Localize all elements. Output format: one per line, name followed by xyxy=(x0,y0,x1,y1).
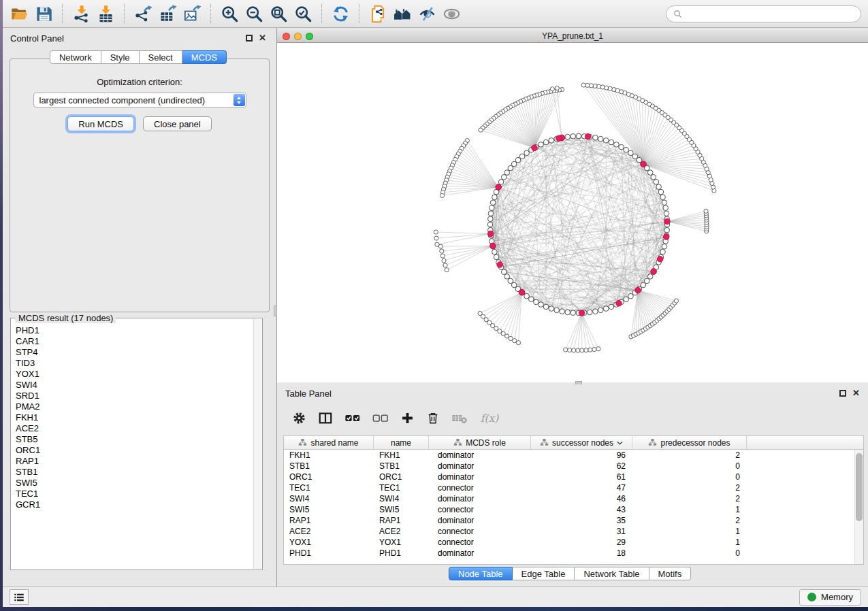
ring-node[interactable] xyxy=(488,216,494,222)
ring-node[interactable] xyxy=(494,254,499,260)
mcds-node[interactable] xyxy=(635,287,641,293)
open-session-button[interactable] xyxy=(366,3,390,24)
result-node-item[interactable]: SRD1 xyxy=(12,391,253,401)
mcds-node[interactable] xyxy=(519,289,525,295)
leaf-node[interactable] xyxy=(581,83,585,87)
ring-node[interactable] xyxy=(624,147,629,152)
ring-node[interactable] xyxy=(489,205,495,211)
ring-node[interactable] xyxy=(490,200,496,205)
ring-node[interactable] xyxy=(560,309,565,314)
leaf-node[interactable] xyxy=(564,348,568,352)
ring-node[interactable] xyxy=(647,170,653,176)
export-image-button[interactable] xyxy=(180,3,204,24)
mcds-node[interactable] xyxy=(497,262,503,268)
mcds-node[interactable] xyxy=(585,133,591,139)
show-columns-button[interactable] xyxy=(318,410,333,426)
ring-node[interactable] xyxy=(598,308,604,313)
result-node-item[interactable]: TID3 xyxy=(12,358,253,369)
ring-node[interactable] xyxy=(603,306,609,312)
hide-graphics-details-button[interactable] xyxy=(415,3,439,24)
ring-node[interactable] xyxy=(603,138,609,144)
leaf-node[interactable] xyxy=(584,348,588,352)
ring-node[interactable] xyxy=(628,150,634,156)
maximize-window-button[interactable] xyxy=(306,33,313,40)
leaf-node[interactable] xyxy=(509,336,513,340)
tab-node-table[interactable]: Node Table xyxy=(449,567,513,580)
close-panel-icon[interactable]: ✕ xyxy=(259,35,266,42)
ring-node[interactable] xyxy=(654,180,659,185)
ring-node[interactable] xyxy=(524,293,530,299)
ring-node[interactable] xyxy=(549,306,554,312)
mcds-node[interactable] xyxy=(641,161,647,167)
leaf-node[interactable] xyxy=(576,348,580,352)
leaf-node[interactable] xyxy=(438,244,443,248)
result-list-scrollbar[interactable] xyxy=(253,319,261,569)
leaf-node[interactable] xyxy=(434,230,438,234)
table-row[interactable]: ACE2ACE2connector311 xyxy=(284,526,863,537)
result-node-item[interactable]: CAR1 xyxy=(12,336,253,347)
ring-node[interactable] xyxy=(565,134,570,139)
zoom-out-button[interactable] xyxy=(242,3,266,24)
ring-node[interactable] xyxy=(539,302,544,308)
ring-node[interactable] xyxy=(519,154,525,159)
result-node-item[interactable]: YOX1 xyxy=(12,369,253,380)
leaf-node[interactable] xyxy=(596,347,600,351)
float-table-panel-icon[interactable] xyxy=(839,390,846,397)
ring-node[interactable] xyxy=(660,195,666,200)
close-panel-button[interactable]: Close panel xyxy=(143,116,212,131)
close-window-button[interactable] xyxy=(283,33,290,40)
ring-node[interactable] xyxy=(504,170,510,176)
ring-node[interactable] xyxy=(501,269,507,275)
ring-node[interactable] xyxy=(524,150,530,156)
table-row[interactable]: RAP1RAP1dominator352 xyxy=(284,515,863,526)
column-header-shared-name[interactable]: shared name xyxy=(284,436,374,449)
refresh-button[interactable] xyxy=(328,3,353,24)
tab-network-table[interactable]: Network Table xyxy=(575,567,649,580)
mcds-node[interactable] xyxy=(496,184,502,191)
open-file-button[interactable] xyxy=(7,3,31,24)
ring-node[interactable] xyxy=(508,165,513,171)
leaf-node[interactable] xyxy=(479,128,483,132)
mcds-node[interactable] xyxy=(651,269,657,275)
ring-node[interactable] xyxy=(644,278,649,284)
leaf-node[interactable] xyxy=(440,249,444,253)
result-node-item[interactable]: TEC1 xyxy=(12,489,253,499)
result-node-item[interactable]: ORC1 xyxy=(12,445,253,456)
network-graph[interactable] xyxy=(277,44,868,382)
leaf-node[interactable] xyxy=(505,334,509,338)
unselect-all-columns-button[interactable] xyxy=(372,410,389,426)
leaf-node[interactable] xyxy=(597,84,601,88)
ring-node[interactable] xyxy=(501,175,507,180)
ring-node[interactable] xyxy=(656,184,662,190)
task-history-button[interactable] xyxy=(10,589,29,605)
ring-node[interactable] xyxy=(628,293,634,299)
result-node-item[interactable]: ACE2 xyxy=(12,423,253,434)
network-overview-button[interactable] xyxy=(390,3,415,24)
result-node-item[interactable]: PHD1 xyxy=(12,325,253,336)
result-node-item[interactable]: STP4 xyxy=(12,347,253,358)
table-row[interactable]: FKH1FKH1dominator962 xyxy=(284,450,863,461)
network-canvas[interactable] xyxy=(277,44,868,382)
float-panel-icon[interactable] xyxy=(246,35,253,42)
ring-node[interactable] xyxy=(662,200,667,205)
ring-node[interactable] xyxy=(549,138,554,144)
result-node-item[interactable]: RAP1 xyxy=(12,456,253,467)
mcds-node[interactable] xyxy=(532,145,538,151)
ring-node[interactable] xyxy=(511,161,517,167)
column-header-successor-nodes[interactable]: successor nodes xyxy=(531,436,632,449)
ring-node[interactable] xyxy=(529,297,534,302)
table-row[interactable]: TEC1TEC1connector472 xyxy=(284,482,863,493)
minimize-window-button[interactable] xyxy=(294,33,302,40)
ring-node[interactable] xyxy=(624,297,629,302)
leaf-node[interactable] xyxy=(572,348,576,352)
ring-node[interactable] xyxy=(663,205,669,211)
result-node-item[interactable]: FKH1 xyxy=(12,412,253,423)
ring-node[interactable] xyxy=(637,157,642,163)
export-table-button[interactable] xyxy=(155,3,180,24)
ring-node[interactable] xyxy=(598,136,604,142)
run-mcds-button[interactable]: Run MCDS xyxy=(67,116,134,131)
ring-node[interactable] xyxy=(554,308,560,313)
result-node-item[interactable]: STB1 xyxy=(12,467,253,478)
mcds-node[interactable] xyxy=(657,257,663,263)
ring-node[interactable] xyxy=(588,310,593,315)
